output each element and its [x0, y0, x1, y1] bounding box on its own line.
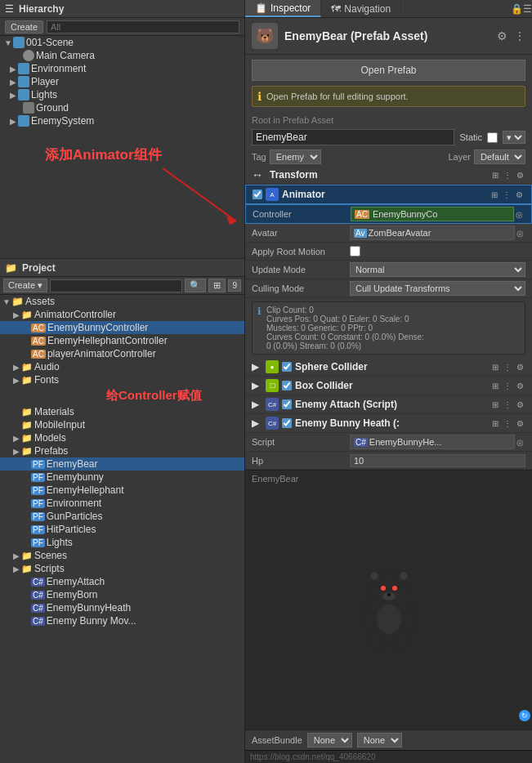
box-collider-gear-button[interactable]: ⚙ — [515, 381, 525, 391]
tree-enemy-hellephant-prefab[interactable]: PF EnemyHellephant — [0, 484, 244, 497]
enemy-attach-settings-button[interactable]: ⊞ — [490, 399, 500, 410]
prefab-name-label: EnemyBear (Prefab Asset) — [284, 29, 490, 42]
static-dropdown[interactable]: ▾ — [503, 131, 525, 144]
enemy-bunny-heath-settings-button[interactable]: ⊞ — [490, 418, 500, 429]
tree-enemy-bunny-mov-script[interactable]: C# Enemy Bunny Mov... — [0, 614, 244, 627]
tree-lights-prefab[interactable]: PF Lights — [0, 536, 244, 549]
sphere-collider-gear-button[interactable]: ⚙ — [515, 362, 525, 373]
tree-audio-folder[interactable]: ▶ 📁 Audio — [0, 360, 244, 373]
layer-select[interactable]: Default — [474, 149, 525, 164]
enemybunny-prefab-label: Enemybunny — [47, 471, 104, 483]
tree-item-player[interactable]: ▶ Player — [0, 75, 244, 88]
tree-enemy-bunny-heath-script[interactable]: C# EnemyBunnyHeath — [0, 601, 244, 614]
name-field[interactable] — [252, 129, 454, 145]
preview-scroll-icon[interactable]: ↻ — [519, 710, 530, 721]
sphere-collider-menu-button[interactable]: ⋮ — [502, 362, 513, 373]
enemy-attach-menu-button[interactable]: ⋮ — [502, 399, 513, 410]
tree-fonts-folder[interactable]: ▶ 📁 Fonts — [0, 373, 244, 386]
prefab-more-button[interactable]: ⋮ — [514, 29, 525, 42]
tag-select[interactable]: Enemy — [270, 149, 321, 164]
sphere-collider-settings-button[interactable]: ⊞ — [490, 362, 500, 373]
tree-enemy-attach-script[interactable]: C# EnemyAttach — [0, 575, 244, 588]
avatar-select-button[interactable]: ◎ — [515, 228, 525, 239]
tree-item-lights[interactable]: ▶ Lights — [0, 88, 244, 101]
enemy-bunny-heath-menu-button[interactable]: ⋮ — [502, 418, 513, 429]
project-search-input[interactable] — [50, 279, 182, 292]
box-collider-label: Box Collider — [295, 380, 487, 391]
box-collider-settings-button[interactable]: ⊞ — [490, 381, 500, 391]
update-mode-select[interactable]: Normal — [350, 262, 525, 277]
controller-value-field[interactable]: AC EnemyBunnyCo — [351, 207, 514, 221]
lights-prefab-label: Lights — [47, 537, 73, 548]
animator-menu-button[interactable]: ⋮ — [501, 190, 512, 200]
tree-environment-prefab[interactable]: PF Environment — [0, 497, 244, 510]
box-collider-menu-button[interactable]: ⋮ — [502, 381, 513, 391]
tree-scripts-folder[interactable]: ▶ 📁 Scripts — [0, 562, 244, 575]
script-select-button[interactable]: ◎ — [515, 437, 525, 448]
tree-mobile-input-folder[interactable]: 📁 MobileInput — [0, 418, 244, 431]
tree-item-ground[interactable]: Ground — [0, 101, 244, 114]
sphere-collider-checkbox[interactable] — [282, 362, 292, 372]
animator-checkbox[interactable] — [253, 190, 262, 199]
tag-layer-row: Tag Enemy Layer Default — [245, 148, 532, 166]
tree-prefabs-folder[interactable]: ▶ 📁 Prefabs — [0, 444, 244, 457]
apply-root-motion-checkbox[interactable] — [350, 246, 360, 257]
hierarchy-search-input[interactable] — [47, 20, 239, 33]
tree-models-folder[interactable]: ▶ 📁 Models — [0, 431, 244, 444]
tree-item-environment[interactable]: ▶ Environment — [0, 62, 244, 75]
enemy-bunny-heath-checkbox[interactable] — [282, 418, 292, 428]
static-checkbox[interactable] — [487, 132, 498, 143]
hierarchy-tree: ▼ 001-Scene Main Camera ▶ Environment — [0, 36, 244, 127]
controller-select-button[interactable]: ◎ — [514, 209, 525, 220]
project-sort-button[interactable]: ⊞ — [208, 279, 226, 292]
tree-enemy-born-script[interactable]: C# EnemyBorn — [0, 588, 244, 601]
tab-inspector[interactable]: 📋 Inspector — [245, 0, 321, 17]
avatar-value-field[interactable]: Av ZomBearAvatar — [350, 225, 515, 240]
tree-item-enemy-system[interactable]: ▶ EnemySystem — [0, 114, 244, 127]
open-prefab-button[interactable]: Open Prefab — [252, 60, 525, 81]
svg-point-11 — [387, 593, 391, 596]
ground-label: Ground — [36, 102, 69, 114]
enemy-attach-checkbox[interactable] — [282, 399, 292, 409]
tree-scenes-folder[interactable]: ▶ 📁 Scenes — [0, 549, 244, 562]
tree-animator-controller-folder[interactable]: ▶ 📁 AnimatorController — [0, 308, 244, 321]
tab-navigation[interactable]: 🗺 Navigation — [321, 0, 401, 17]
culling-mode-row: Culling Mode Cull Update Transforms — [245, 279, 532, 298]
inspector-lock-button[interactable]: 🔒 — [511, 0, 523, 17]
asset-bundle-select1[interactable]: None — [307, 733, 352, 747]
tree-gun-particles-prefab[interactable]: PF GunParticles — [0, 510, 244, 523]
culling-mode-select[interactable]: Cull Update Transforms — [350, 281, 525, 296]
tree-item-main-camera[interactable]: Main Camera — [0, 49, 244, 62]
project-count-badge: 9 — [228, 279, 241, 292]
animator-gear-button[interactable]: ⚙ — [514, 190, 525, 200]
svg-line-0 — [163, 168, 236, 221]
transform-menu-button[interactable]: ⋮ — [502, 170, 513, 181]
enemy-attach-gear-button[interactable]: ⚙ — [515, 399, 525, 410]
project-filter-button[interactable]: 🔍 — [185, 279, 206, 292]
box-collider-checkbox[interactable] — [282, 381, 292, 390]
project-create-button[interactable]: Create ▾ — [3, 279, 47, 292]
asset-bundle-select2[interactable]: None — [357, 733, 402, 747]
enemy-bunny-heath-gear-button[interactable]: ⚙ — [515, 418, 525, 429]
hierarchy-create-button[interactable]: Create — [5, 20, 43, 33]
prefab-gear-button[interactable]: ⚙ — [497, 29, 507, 42]
tree-hit-particles-prefab[interactable]: PF HitParticles — [0, 523, 244, 536]
box-collider-icon: ☐ — [266, 379, 279, 392]
tree-enemy-bunny-controller[interactable]: AC EnemyBunnyController — [0, 321, 244, 334]
tree-assets-root[interactable]: ▼ 📁 Assets — [0, 295, 244, 308]
tree-materials-folder[interactable]: 📁 Materials — [0, 405, 244, 418]
hierarchy-toolbar: Create — [0, 18, 244, 36]
tree-scene-root[interactable]: ▼ 001-Scene — [0, 36, 244, 49]
sphere-collider-row: ▶ ● Sphere Collider ⊞ ⋮ ⚙ — [245, 358, 532, 377]
script-value-field[interactable]: C# EnemyBunnyHe... — [350, 435, 515, 449]
tree-enemybunny-prefab[interactable]: PF Enemybunny — [0, 471, 244, 484]
inspector-menu-button[interactable]: ☰ — [523, 0, 532, 17]
tree-enemy-hellephant-controller[interactable]: AC EnemyHellephantController — [0, 334, 244, 347]
transform-settings-button[interactable]: ⊞ — [490, 170, 500, 181]
hp-input[interactable] — [350, 454, 525, 467]
sphere-collider-label: Sphere Collider — [295, 361, 487, 373]
animator-settings-button[interactable]: ⊞ — [490, 190, 499, 200]
tree-enemy-bear-prefab[interactable]: PF EnemyBear — [0, 457, 244, 471]
transform-gear-button[interactable]: ⚙ — [515, 170, 525, 181]
tree-player-animator-controller[interactable]: AC playerAnimatorController — [0, 347, 244, 360]
